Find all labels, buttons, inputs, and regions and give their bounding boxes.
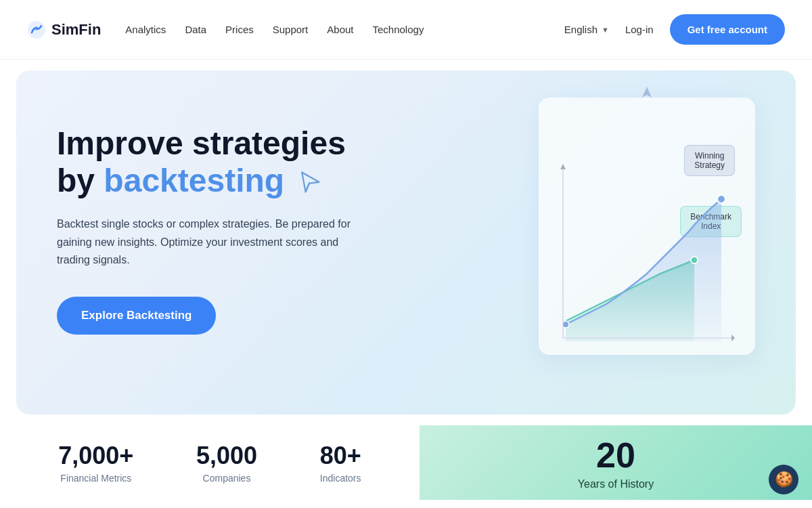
stats-right: 20 Years of History <box>420 425 812 500</box>
stat-companies-number: 5,000 <box>196 442 257 470</box>
navbar: SimFin Analytics Data Prices Support Abo… <box>0 0 812 60</box>
stat-years-label: Years of History <box>578 478 654 490</box>
stat-indicators-number: 80+ <box>320 442 361 470</box>
stat-companies: 5,000 Companies <box>196 442 257 484</box>
chevron-down-icon: ▼ <box>602 26 609 34</box>
svg-point-7 <box>691 257 698 263</box>
nav-analytics[interactable]: Analytics <box>125 24 166 35</box>
stat-years-number: 20 <box>578 435 654 475</box>
login-link[interactable]: Log-in <box>625 24 654 35</box>
get-free-account-button[interactable]: Get free account <box>670 14 785 45</box>
svg-marker-10 <box>560 164 566 169</box>
stats-bar: 7,000+ Financial Metrics 5,000 Companies… <box>0 425 812 500</box>
hero-title-line1: Improve strategies <box>57 125 346 161</box>
stats-left: 7,000+ Financial Metrics 5,000 Companies… <box>0 425 420 500</box>
stat-financial-metrics: 7,000+ Financial Metrics <box>58 442 133 484</box>
stat-companies-label: Companies <box>196 473 257 484</box>
nav-left: SimFin Analytics Data Prices Support Abo… <box>27 20 424 39</box>
cookie-icon: 🍪 <box>775 471 793 488</box>
brand-name: SimFin <box>51 21 101 39</box>
nav-data[interactable]: Data <box>185 24 206 35</box>
hero-description: Backtest single stocks or complex strate… <box>57 215 355 269</box>
stat-years-history: 20 Years of History <box>578 435 654 490</box>
svg-marker-9 <box>731 335 735 341</box>
hero-title-by: by <box>57 163 104 198</box>
hero-content: Improve strategies by backtesting Backte… <box>16 70 395 415</box>
svg-point-1 <box>35 26 39 30</box>
nav-right: English ▼ Log-in Get free account <box>564 14 785 45</box>
nav-prices[interactable]: Prices <box>225 24 254 35</box>
explore-backtesting-button[interactable]: Explore Backtesting <box>57 297 216 335</box>
nav-technology[interactable]: Technology <box>373 24 424 35</box>
hero-highlight: backtesting <box>104 163 284 198</box>
cookie-button[interactable]: 🍪 <box>769 465 798 494</box>
nav-about[interactable]: About <box>327 24 353 35</box>
language-label: English <box>564 24 597 35</box>
chart-area: Winning Strategy Benchmark Index <box>552 138 742 341</box>
svg-point-6 <box>717 195 725 203</box>
arrow-up-icon <box>641 85 652 99</box>
stat-financial-metrics-number: 7,000+ <box>58 442 133 470</box>
chart-card: Winning Strategy Benchmark Index <box>539 98 755 355</box>
stat-financial-metrics-label: Financial Metrics <box>58 473 133 484</box>
logo-icon <box>27 20 46 39</box>
hero-title: Improve strategies by backtesting <box>57 125 355 199</box>
stat-indicators-label: Indicators <box>320 473 361 484</box>
stat-indicators: 80+ Indicators <box>320 442 361 484</box>
language-selector[interactable]: English ▼ <box>564 24 609 35</box>
hero-section: Improve strategies by backtesting Backte… <box>16 70 796 415</box>
logo[interactable]: SimFin <box>27 20 101 39</box>
chart-svg <box>552 158 742 341</box>
cursor-icon <box>296 169 323 193</box>
svg-marker-3 <box>642 87 652 98</box>
nav-links: Analytics Data Prices Support About Tech… <box>125 24 424 35</box>
svg-line-2 <box>306 183 309 192</box>
nav-support[interactable]: Support <box>273 24 309 35</box>
